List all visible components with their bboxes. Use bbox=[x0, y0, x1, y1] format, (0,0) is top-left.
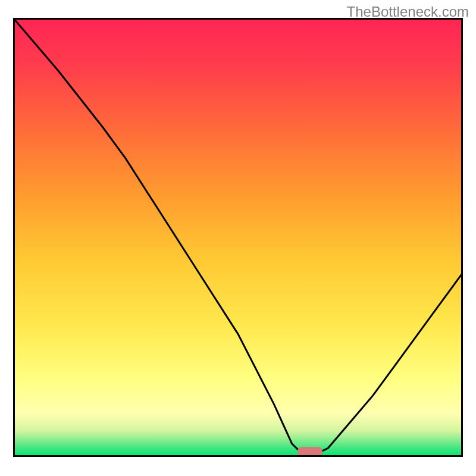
chart-container: TheBottleneck.com bbox=[0, 0, 476, 476]
watermark-text: TheBottleneck.com bbox=[347, 4, 469, 20]
plot-area bbox=[13, 18, 463, 457]
bottleneck-curve bbox=[13, 18, 463, 457]
optimal-marker bbox=[298, 447, 322, 456]
